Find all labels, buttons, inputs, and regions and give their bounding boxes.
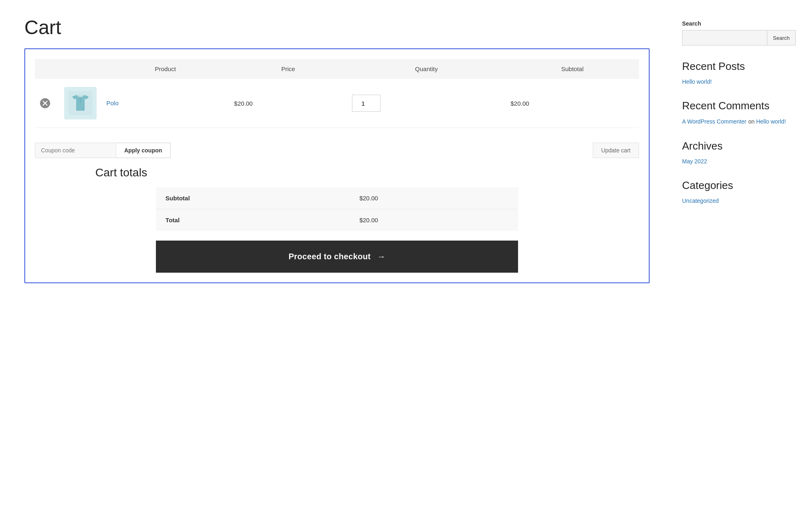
search-input[interactable] xyxy=(682,30,767,46)
checkout-label: Proceed to checkout xyxy=(289,252,371,261)
coupon-left: Apply coupon xyxy=(35,143,171,158)
totals-value-total: $20.00 xyxy=(350,209,518,231)
col-quantity: Quantity xyxy=(347,59,506,79)
totals-label-total: Total xyxy=(156,209,350,231)
recent-posts-title: Recent Posts xyxy=(682,60,796,73)
recent-comments-title: Recent Comments xyxy=(682,100,796,112)
col-remove xyxy=(35,59,59,79)
proceed-to-checkout-button[interactable]: Proceed to checkout → xyxy=(156,241,518,273)
col-price: Price xyxy=(229,59,347,79)
page-title: Cart xyxy=(24,16,650,39)
cart-container: Product Price Quantity Subtotal xyxy=(24,48,650,283)
archives-title: Archives xyxy=(682,140,796,152)
update-cart-button[interactable]: Update cart xyxy=(593,143,639,158)
col-image xyxy=(59,59,102,79)
totals-value-subtotal: $20.00 xyxy=(350,187,518,209)
search-label: Search xyxy=(682,20,796,27)
totals-row-subtotal: Subtotal $20.00 xyxy=(156,187,518,209)
svg-point-4 xyxy=(80,99,81,100)
recent-post-link-1[interactable]: Hello world! xyxy=(682,78,796,85)
totals-row-total: Total $20.00 xyxy=(156,209,518,231)
remove-item-button[interactable] xyxy=(40,98,50,109)
coupon-row: Apply coupon Update cart xyxy=(35,138,639,166)
cart-totals-section: Cart totals Subtotal $20.00 Total $20.00 xyxy=(35,166,639,273)
sidebar-recent-comments: Recent Comments A WordPress Commenter on… xyxy=(682,100,796,125)
col-product: Product xyxy=(102,59,229,79)
search-row: Search xyxy=(682,30,796,46)
main-content: Cart Product Price Quantity Subtotal xyxy=(24,16,650,283)
sidebar-categories: Categories Uncategorized xyxy=(682,179,796,204)
sidebar-archives: Archives May 2022 xyxy=(682,140,796,165)
product-link[interactable]: Polo xyxy=(106,100,119,106)
svg-point-5 xyxy=(80,100,81,101)
categories-title: Categories xyxy=(682,179,796,192)
search-button[interactable]: Search xyxy=(767,30,796,46)
sidebar-recent-posts: Recent Posts Hello world! xyxy=(682,60,796,85)
comment-post-link[interactable]: Hello world! xyxy=(756,118,786,125)
sidebar: Search Search Recent Posts Hello world! … xyxy=(682,16,796,283)
archive-link-1[interactable]: May 2022 xyxy=(682,158,796,165)
table-row: Polo $20.00 $20.00 xyxy=(35,79,639,128)
svg-point-6 xyxy=(80,102,81,103)
remove-icon xyxy=(40,98,50,109)
comment-on-text: on xyxy=(748,118,756,125)
polo-shirt-image xyxy=(68,91,93,115)
col-subtotal: Subtotal xyxy=(506,59,639,79)
cart-table: Product Price Quantity Subtotal xyxy=(35,59,639,128)
category-link-1[interactable]: Uncategorized xyxy=(682,197,796,204)
product-price: $20.00 xyxy=(229,79,347,128)
quantity-input[interactable] xyxy=(352,95,380,112)
sidebar-search-section: Search Search xyxy=(682,20,796,46)
cart-totals-title: Cart totals xyxy=(95,166,147,179)
product-thumbnail xyxy=(64,87,97,119)
apply-coupon-button[interactable]: Apply coupon xyxy=(116,143,171,158)
totals-table: Subtotal $20.00 Total $20.00 xyxy=(156,187,518,231)
totals-label-subtotal: Subtotal xyxy=(156,187,350,209)
checkout-arrow: → xyxy=(377,252,385,261)
coupon-input[interactable] xyxy=(35,143,116,158)
comment-entry: A WordPress Commenter on Hello world! xyxy=(682,118,796,125)
product-subtotal: $20.00 xyxy=(506,79,639,128)
comment-author-link[interactable]: A WordPress Commenter xyxy=(682,118,746,125)
